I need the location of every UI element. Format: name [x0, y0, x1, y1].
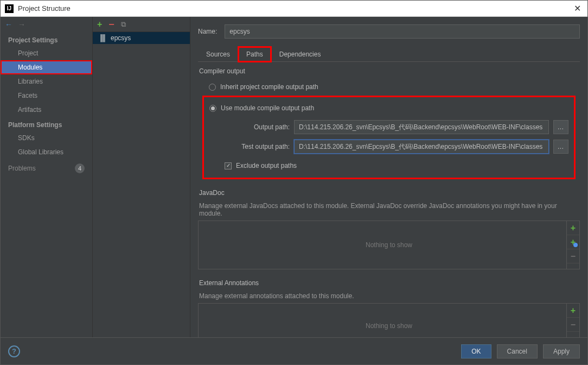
javadoc-label: JavaDoc — [199, 189, 580, 197]
nav-item-libraries[interactable]: Libraries — [1, 74, 92, 89]
test-output-path-input[interactable] — [294, 140, 549, 154]
project-settings-header: Project Settings — [1, 32, 92, 46]
test-output-path-label: Test output path: — [225, 143, 290, 150]
nav-item-facets[interactable]: Facets — [1, 89, 92, 103]
use-module-radio-label: Use module compile output path — [221, 104, 314, 112]
annotations-empty-text: Nothing to show — [366, 322, 412, 330]
help-button[interactable]: ? — [8, 345, 20, 357]
platform-settings-header: Platform Settings — [1, 117, 92, 131]
exclude-output-checkbox[interactable] — [225, 162, 232, 169]
nav-back-icon[interactable]: ← — [5, 20, 12, 29]
add-module-button[interactable]: + — [97, 20, 102, 29]
problems-count-badge: 4 — [75, 163, 85, 173]
nav-item-project[interactable]: Project — [1, 46, 92, 60]
highlighted-output-section: Use module compile output path Output pa… — [202, 96, 576, 179]
exclude-output-row[interactable]: Exclude output paths — [225, 159, 568, 172]
tab-sources[interactable]: Sources — [198, 47, 238, 62]
use-module-radio[interactable] — [209, 105, 216, 112]
javadoc-list-panel: Nothing to show + + − — [198, 221, 580, 269]
javadoc-remove-button[interactable]: − — [567, 249, 579, 263]
module-list-panel: + − ⧉ ▐▌ epcsys — [93, 17, 190, 337]
remove-module-button[interactable]: − — [108, 22, 114, 27]
inherit-radio[interactable] — [209, 84, 216, 91]
exclude-output-label: Exclude output paths — [236, 162, 297, 169]
annotations-add-button[interactable]: + — [567, 304, 579, 318]
window-close-button[interactable]: ✕ — [572, 3, 583, 14]
test-output-path-browse-button[interactable]: … — [553, 140, 568, 154]
nav-item-artifacts[interactable]: Artifacts — [1, 103, 92, 117]
app-icon: IJ — [5, 4, 14, 13]
annotations-list-panel: Nothing to show + − — [198, 303, 580, 337]
apply-button[interactable]: Apply — [543, 344, 580, 358]
inherit-radio-row[interactable]: Inherit project compile output path — [209, 80, 576, 93]
external-annotations-label: External Annotations — [199, 279, 580, 287]
problems-label: Problems — [8, 165, 36, 172]
module-item-label: epcsys — [111, 34, 131, 42]
module-tabs: Sources Paths Dependencies — [198, 46, 580, 62]
nav-item-problems[interactable]: Problems 4 — [1, 159, 92, 178]
nav-forward-icon[interactable]: → — [18, 20, 25, 29]
javadoc-empty-text: Nothing to show — [366, 241, 412, 249]
module-details-panel: Name: Sources Paths Dependencies Compile… — [190, 17, 587, 337]
external-annotations-description: Manage external annotations attached to … — [199, 292, 580, 300]
tab-dependencies[interactable]: Dependencies — [271, 47, 329, 62]
name-label: Name: — [198, 28, 217, 35]
window-title: Project Structure — [18, 4, 572, 12]
javadoc-description: Manage external JavaDocs attached to thi… — [199, 202, 580, 217]
nav-item-global-libraries[interactable]: Global Libraries — [1, 145, 92, 159]
nav-item-sdks[interactable]: SDKs — [1, 131, 92, 145]
module-item-epcsys[interactable]: ▐▌ epcsys — [93, 32, 190, 44]
output-path-label: Output path: — [225, 123, 290, 131]
folder-icon: ▐▌ — [98, 34, 107, 42]
compiler-output-label: Compiler output — [199, 67, 580, 75]
cancel-button[interactable]: Cancel — [497, 344, 538, 358]
copy-module-button[interactable]: ⧉ — [121, 20, 126, 29]
module-name-input[interactable] — [225, 24, 580, 39]
inherit-radio-label: Inherit project compile output path — [220, 83, 318, 91]
left-nav: ← → Project Settings Project Modules Lib… — [1, 17, 93, 337]
output-path-browse-button[interactable]: … — [553, 120, 568, 134]
titlebar: IJ Project Structure ✕ — [1, 1, 587, 17]
nav-item-modules[interactable]: Modules — [1, 60, 92, 74]
annotations-remove-button[interactable]: − — [567, 318, 579, 332]
output-path-input[interactable] — [294, 120, 549, 134]
dialog-footer: ? OK Cancel Apply — [1, 337, 587, 364]
javadoc-add-button[interactable]: + — [567, 221, 579, 235]
use-module-radio-row[interactable]: Use module compile output path — [209, 102, 568, 115]
tab-paths[interactable]: Paths — [238, 47, 271, 62]
ok-button[interactable]: OK — [461, 344, 491, 358]
javadoc-add-url-button[interactable]: + — [567, 235, 579, 249]
